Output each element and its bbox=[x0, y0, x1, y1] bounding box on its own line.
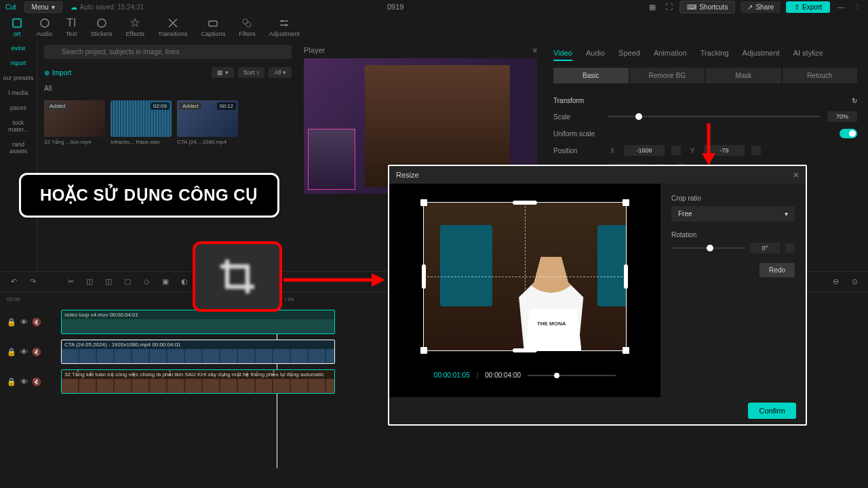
tool-import[interactable]: ort bbox=[4, 14, 30, 40]
tool-transitions[interactable]: Transitions bbox=[151, 14, 195, 40]
filter-all-button[interactable]: All ▾ bbox=[269, 67, 292, 78]
tool-captions[interactable]: Captions bbox=[195, 14, 233, 40]
tool-icon[interactable]: ◇ bbox=[140, 275, 153, 289]
player-menu-icon[interactable]: ≡ bbox=[533, 46, 537, 54]
expand-icon[interactable]: ⛶ bbox=[663, 1, 674, 12]
sidebar-item-presets[interactable]: our presets bbox=[0, 70, 37, 85]
modal-time-total: 00:00:04:00 bbox=[485, 371, 521, 379]
eye-icon[interactable]: 👁 bbox=[20, 318, 28, 326]
redo-icon[interactable]: ↷ bbox=[26, 275, 39, 289]
more-icon[interactable]: ⋮ bbox=[852, 1, 863, 12]
tool-icon[interactable]: ▢ bbox=[121, 275, 134, 289]
search-input[interactable] bbox=[44, 45, 292, 59]
crop-ratio-select[interactable]: Free▾ bbox=[671, 206, 795, 222]
arrow-horizontal-icon bbox=[283, 270, 385, 290]
svg-marker-9 bbox=[372, 273, 385, 287]
y-spinner[interactable] bbox=[751, 146, 761, 155]
crop-handle[interactable] bbox=[420, 347, 427, 354]
tab-animation[interactable]: Animation bbox=[654, 46, 687, 61]
media-item[interactable]: Added 32 Tổng ...tion.mp4 bbox=[44, 100, 105, 145]
callout-annotation: HOẶC SỬ DỤNG CÔNG CỤ bbox=[19, 173, 279, 218]
mute-icon[interactable]: 🔇 bbox=[32, 378, 41, 386]
position-x[interactable]: -1606 bbox=[624, 145, 665, 156]
tool-effects[interactable]: Effects bbox=[119, 14, 151, 40]
menu-button[interactable]: Menu ▾ bbox=[24, 1, 62, 13]
minimize-icon[interactable]: — bbox=[835, 1, 846, 12]
scale-slider[interactable] bbox=[608, 116, 821, 117]
sidebar-item-spaces[interactable]: paces bbox=[0, 100, 37, 115]
crop-edge[interactable] bbox=[513, 348, 537, 352]
tool-icon[interactable]: ◫ bbox=[83, 275, 96, 289]
subtab-mask[interactable]: Mask bbox=[706, 68, 781, 83]
crop-preview[interactable]: THE MONA 00:00:01:05 | 00:00:04:00 bbox=[389, 184, 660, 397]
export-button[interactable]: ⇧Export bbox=[786, 1, 830, 13]
resize-modal: Resize ✕ THE MONA 00:0 bbox=[388, 165, 807, 426]
media-item[interactable]: Added00:12 CTA (24....1080.mp4 bbox=[177, 100, 238, 145]
tool-audio[interactable]: Audio bbox=[30, 14, 59, 40]
subtab-removebg[interactable]: Remove BG bbox=[630, 68, 705, 83]
tab-audio[interactable]: Audio bbox=[586, 46, 605, 61]
crop-edge[interactable] bbox=[513, 201, 537, 205]
eye-icon[interactable]: 👁 bbox=[20, 348, 28, 356]
subtab-retouch[interactable]: Retouch bbox=[783, 68, 858, 83]
mute-icon[interactable]: 🔇 bbox=[32, 318, 41, 327]
tool-toolbar: ort Audio TIText Stickers Effects Transi… bbox=[0, 14, 868, 41]
crop-handle[interactable] bbox=[420, 199, 427, 206]
import-button[interactable]: ⊕Import bbox=[44, 69, 71, 77]
view-mode-button[interactable]: ▦ ▾ bbox=[212, 67, 234, 78]
media-item[interactable]: 02:09 Infractio... Race.wav bbox=[111, 100, 172, 145]
crop-handle[interactable] bbox=[623, 199, 629, 206]
crop-handle[interactable] bbox=[623, 347, 629, 354]
layout-icon[interactable]: ▦ bbox=[647, 1, 658, 12]
tool-icon[interactable]: ▣ bbox=[159, 275, 172, 289]
tab-speed[interactable]: Speed bbox=[618, 46, 640, 61]
reset-icon[interactable]: ↻ bbox=[852, 97, 857, 104]
uniform-toggle[interactable] bbox=[840, 129, 857, 138]
rotation-slider[interactable] bbox=[671, 247, 745, 249]
rotation-value[interactable]: 0° bbox=[750, 243, 780, 253]
svg-marker-11 bbox=[702, 153, 715, 165]
scale-value[interactable]: 70% bbox=[827, 111, 857, 122]
mute-icon[interactable]: 🔇 bbox=[32, 348, 41, 357]
tool-filters[interactable]: Filters bbox=[232, 14, 262, 40]
sidebar-item-device[interactable]: evice bbox=[0, 41, 37, 56]
tool-adjustment[interactable]: Adjustment bbox=[262, 14, 307, 40]
sidebar-item-import[interactable]: mport bbox=[0, 56, 37, 70]
sort-button[interactable]: Sort ↕ bbox=[238, 67, 265, 78]
x-spinner[interactable] bbox=[671, 146, 681, 155]
tool-icon[interactable]: ◫ bbox=[102, 275, 115, 289]
svg-point-4 bbox=[243, 19, 248, 24]
modal-time-current: 00:00:01:05 bbox=[434, 371, 470, 379]
split-icon[interactable]: ✂ bbox=[64, 275, 77, 289]
modal-time-slider[interactable] bbox=[528, 375, 616, 376]
crop-edge[interactable] bbox=[624, 264, 628, 289]
sidebar-item-media[interactable]: l media bbox=[0, 85, 37, 100]
rotation-spinner[interactable] bbox=[785, 243, 795, 253]
toggle-icon[interactable]: ⊙ bbox=[848, 275, 861, 289]
close-icon[interactable]: ✕ bbox=[793, 171, 799, 180]
shortcuts-button[interactable]: ⌨Shortcuts bbox=[679, 1, 735, 14]
modal-title: Resize bbox=[396, 171, 419, 179]
svg-point-1 bbox=[41, 19, 49, 27]
sidebar-item-brand[interactable]: rand assets bbox=[0, 137, 37, 159]
redo-button[interactable]: Redo bbox=[760, 263, 795, 277]
tab-ai[interactable]: AI stylize bbox=[793, 46, 823, 61]
tab-adjustment[interactable]: Adjustment bbox=[743, 46, 780, 61]
tool-icon[interactable]: ◐ bbox=[178, 275, 191, 289]
lock-icon[interactable]: 🔒 bbox=[7, 378, 16, 386]
confirm-button[interactable]: Confirm bbox=[748, 403, 796, 419]
all-label: All bbox=[37, 82, 298, 95]
lock-icon[interactable]: 🔒 bbox=[7, 348, 16, 357]
tab-tracking[interactable]: Tracking bbox=[701, 46, 729, 61]
share-button[interactable]: ↗Share bbox=[741, 1, 781, 13]
crop-edge[interactable] bbox=[422, 264, 426, 289]
subtab-basic[interactable]: Basic bbox=[553, 68, 629, 83]
tool-stickers[interactable]: Stickers bbox=[84, 14, 119, 40]
eye-icon[interactable]: 👁 bbox=[20, 378, 28, 386]
undo-icon[interactable]: ↶ bbox=[7, 275, 20, 289]
sidebar-item-stock[interactable]: tock mater... bbox=[0, 115, 37, 137]
tool-text[interactable]: TIText bbox=[59, 14, 84, 40]
lock-icon[interactable]: 🔒 bbox=[7, 318, 16, 327]
zoom-out-icon[interactable]: ⊖ bbox=[829, 275, 842, 289]
tab-video[interactable]: Video bbox=[553, 46, 572, 61]
